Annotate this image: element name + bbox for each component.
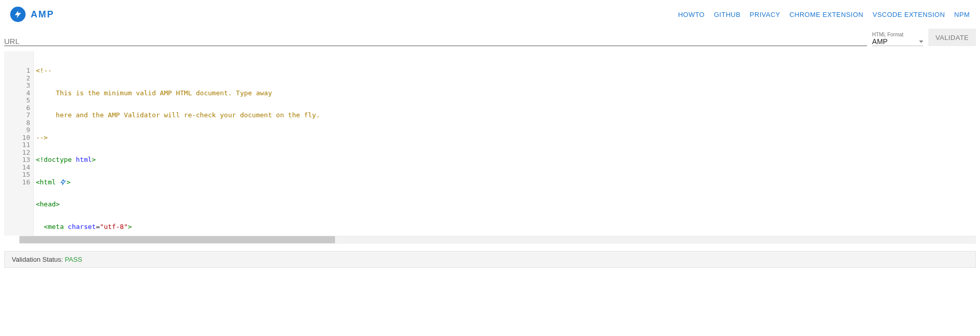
nav-chrome-extension[interactable]: CHROME EXTENSION — [789, 11, 863, 18]
nav-vscode-extension[interactable]: VSCODE EXTENSION — [873, 11, 945, 18]
validate-button[interactable]: VALIDATE — [928, 29, 976, 46]
horizontal-scrollbar[interactable] — [19, 236, 976, 244]
code-editor[interactable]: 12345678910111213141516 <!-- This is the… — [4, 51, 976, 246]
validation-status-label: Validation Status: — [12, 256, 65, 263]
html-format-value: AMP — [872, 37, 887, 46]
logo-text: AMP — [31, 9, 54, 20]
code-content[interactable]: <!-- This is the minimum valid AMP HTML … — [34, 51, 976, 236]
amp-bolt-icon — [60, 178, 66, 186]
nav-npm[interactable]: NPM — [954, 11, 970, 18]
url-label: URL — [4, 37, 867, 46]
header: AMP HOWTO GITHUB PRIVACY CHROME EXTENSIO… — [0, 0, 980, 29]
scrollbar-thumb[interactable] — [19, 236, 335, 243]
nav-github[interactable]: GITHUB — [714, 11, 741, 18]
line-gutter: 12345678910111213141516 — [4, 51, 34, 236]
chevron-down-icon — [919, 40, 923, 43]
nav-howto[interactable]: HOWTO — [678, 11, 705, 18]
validation-status-value: PASS — [65, 256, 82, 263]
html-format-select[interactable]: HTML Format AMP — [872, 32, 923, 46]
url-input[interactable]: URL — [4, 36, 867, 46]
html-format-label: HTML Format — [872, 32, 923, 37]
top-nav: HOWTO GITHUB PRIVACY CHROME EXTENSION VS… — [678, 11, 970, 18]
logo[interactable]: AMP — [10, 7, 54, 22]
nav-privacy[interactable]: PRIVACY — [750, 11, 781, 18]
toolbar: URL HTML Format AMP VALIDATE — [0, 29, 980, 48]
validation-status: Validation Status: PASS — [4, 251, 976, 268]
bolt-icon — [10, 7, 26, 22]
